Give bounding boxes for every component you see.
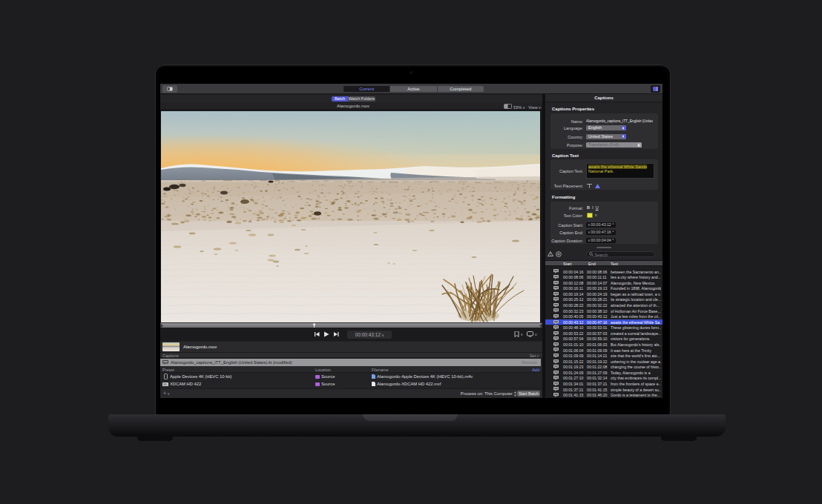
svg-text:XD: XD <box>163 383 168 386</box>
